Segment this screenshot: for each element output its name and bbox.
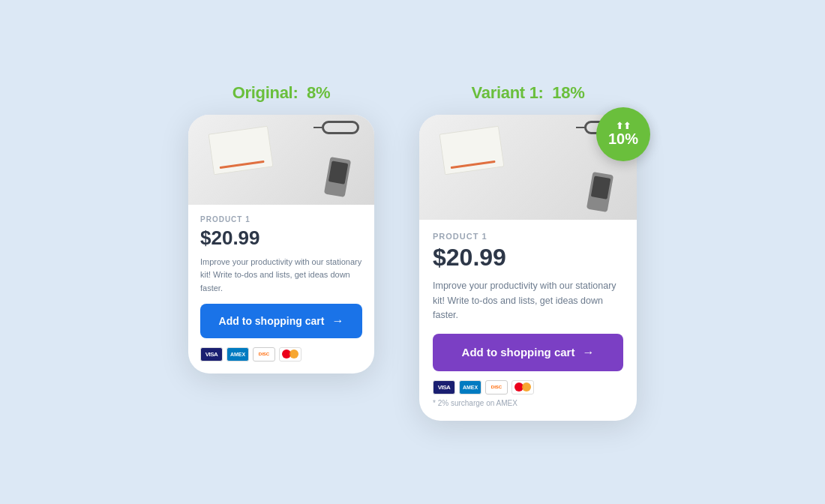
mastercard-icon-v [512,380,534,394]
original-product-label: PRODUCT 1 [200,215,362,224]
original-rate: 8% [307,83,330,102]
variant-button-label: Add to shopping cart [462,346,575,358]
variant-title: Variant 1: [472,83,544,102]
badge-arrow-icon: ⬆⬆ [616,122,631,130]
visa-card-icon-v: VISA [433,380,455,394]
variant-product-desc: Improve your productivity with our stati… [433,279,623,322]
discover-card-icon: DISC [253,347,275,362]
original-product-image [188,115,374,205]
mc-right-circle [290,350,298,358]
discover-card-icon-v: DISC [485,380,508,394]
original-column: Original: 8% PRODUCT 1 $20.99 Improve yo… [188,83,374,373]
variant-rate: 18% [552,83,584,102]
original-product-price: $20.99 [200,226,362,250]
amex-card-icon-v: AMEX [459,380,482,394]
glasses-decoration [322,121,359,134]
variant-phone-frame: PRODUCT 1 $20.99 Improve your productivi… [419,115,637,420]
original-image-inner [188,115,374,205]
variant-label: Variant 1: 18% [472,83,585,103]
variant-payment-icons: VISA AMEX DISC [433,380,623,394]
variant-arrow-icon: → [582,346,594,359]
original-label: Original: 8% [232,83,331,103]
phone-decoration [324,157,351,197]
original-payment-icons: VISA AMEX DISC [200,347,362,362]
badge-value: 10% [608,130,638,147]
variant-product-label: PRODUCT 1 [433,232,623,241]
uplift-badge: ⬆⬆ 10% [596,107,650,161]
original-title: Original: [232,83,298,102]
original-product-desc: Improve your productivity with our stati… [200,256,362,294]
paper-decoration-v [440,126,505,176]
variant-add-to-cart-button[interactable]: Add to shopping cart → [433,334,623,371]
original-add-to-cart-button[interactable]: Add to shopping cart → [200,304,362,338]
main-container: Original: 8% PRODUCT 1 $20.99 Improve yo… [158,68,667,435]
mastercard-icon [279,347,302,362]
original-phone-wrapper: PRODUCT 1 $20.99 Improve your productivi… [188,115,374,373]
mc-right-circle-v [522,382,531,392]
variant-column: Variant 1: 18% ⬆⬆ 10% PRODUCT 1 [419,83,637,420]
variant-product-price: $20.99 [433,244,623,272]
surcharge-notice: * 2% surcharge on AMEX [433,399,623,407]
visa-card-icon: VISA [200,347,223,362]
original-button-label: Add to shopping cart [219,315,325,327]
amex-card-icon: AMEX [226,347,249,362]
original-phone-frame: PRODUCT 1 $20.99 Improve your productivi… [188,115,374,373]
variant-phone-wrapper: ⬆⬆ 10% PRODUCT 1 $20.99 Improve your pro… [419,115,637,420]
phone-decoration-v [586,172,614,212]
paper-decoration [208,126,274,176]
original-arrow-icon: → [332,314,344,328]
original-card-body: PRODUCT 1 $20.99 Improve your productivi… [188,205,374,373]
variant-card-body: PRODUCT 1 $20.99 Improve your productivi… [419,220,637,420]
